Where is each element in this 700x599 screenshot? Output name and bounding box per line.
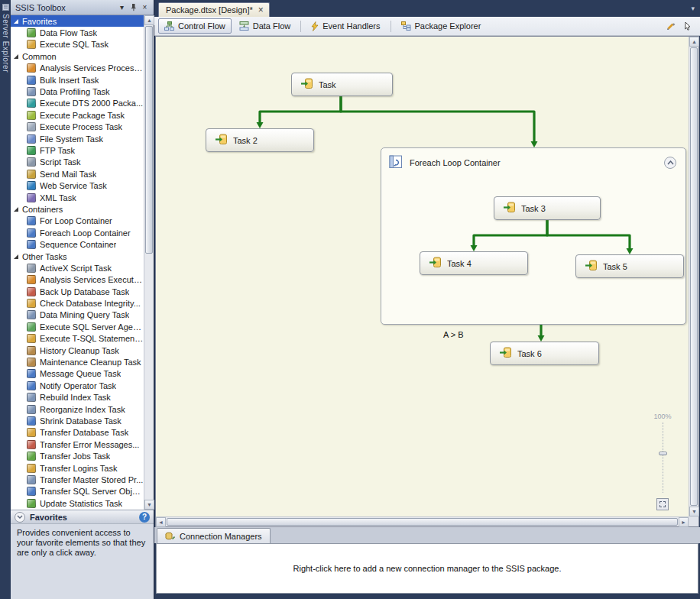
scrollbar-thumb[interactable] — [167, 518, 678, 526]
connection-managers-tab[interactable]: Connection Managers — [157, 528, 271, 543]
toolbox-item-label: History Cleanup Task — [40, 346, 119, 355]
help-description: Provides convenient access to your favor… — [11, 524, 154, 562]
toolbox-item-web-service-task[interactable]: Web Service Task — [11, 180, 144, 191]
notify-operator-task-icon — [27, 381, 36, 390]
tab-label: Package Explorer — [415, 21, 481, 31]
toolbox-item-execute-sql-server-agen[interactable]: Execute SQL Server Agen... — [11, 321, 144, 332]
toolbox-item-update-statistics-task[interactable]: Update Statistics Task — [11, 497, 144, 509]
toolbox-item-label: Transfer SQL Server Obje... — [40, 487, 144, 496]
toolbox-item-for-loop-container[interactable]: For Loop Container — [11, 215, 144, 227]
toolbox-scrollbar[interactable]: ▲ ▼ — [144, 15, 154, 510]
arrowhead-icon — [471, 245, 478, 251]
toolbox-item-execute-sql-task[interactable]: Execute SQL Task — [11, 39, 144, 50]
toolbox-section-favorites[interactable]: Favorites — [11, 15, 144, 27]
precedence-constraint[interactable] — [474, 220, 547, 246]
toolbox-item-label: Notify Operator Task — [40, 381, 116, 390]
section-label: Favorites — [22, 17, 57, 26]
toolbox-item-execute-t-sql-statement[interactable]: Execute T-SQL Statement... — [11, 333, 144, 345]
toolbox-item-data-mining-query-task[interactable]: Data Mining Query Task — [11, 309, 144, 321]
collapse-circle-icon[interactable] — [15, 512, 25, 523]
toolbox-section-other-tasks[interactable]: Other Tasks — [11, 251, 144, 262]
tab-event-handlers[interactable]: Event Handlers — [305, 18, 386, 34]
tab-data-flow[interactable]: Data Flow — [233, 18, 297, 34]
toolbox-item-transfer-jobs-task[interactable]: Transfer Jobs Task — [11, 450, 144, 461]
task-node-task2[interactable]: Task 2 — [206, 128, 314, 152]
task-node-task5[interactable]: Task 5 — [575, 254, 684, 278]
toolbox-item-send-mail-task[interactable]: Send Mail Task — [11, 168, 144, 180]
doc-tab-package-dtsx[interactable]: Package.dtsx [Design]* × — [158, 2, 270, 17]
scroll-down-icon[interactable]: ▼ — [144, 500, 154, 510]
toolbox-item-transfer-database-task[interactable]: Transfer Database Task — [11, 427, 144, 439]
toolbox-item-data-flow-task[interactable]: Data Flow Task — [11, 27, 144, 38]
toolbox-item-shrink-database-task[interactable]: Shrink Database Task — [11, 415, 144, 426]
toolbox-item-transfer-logins-task[interactable]: Transfer Logins Task — [11, 462, 144, 474]
toolbox-item-xml-task[interactable]: XML Task — [11, 192, 144, 203]
scroll-down-icon[interactable]: ▼ — [689, 507, 699, 516]
precedence-constraint[interactable] — [341, 96, 534, 142]
scroll-up-icon[interactable]: ▲ — [144, 15, 154, 25]
task-node-task4[interactable]: Task 4 — [420, 251, 528, 275]
toolbox-item-reorganize-index-task[interactable]: Reorganize Index Task — [11, 403, 144, 415]
toolbox-item-activex-script-task[interactable]: ActiveX Script Task — [11, 262, 144, 274]
help-icon[interactable]: ? — [139, 512, 150, 523]
toolbox-item-data-profiling-task[interactable]: Data Profiling Task — [11, 86, 144, 97]
scrollbar-thumb[interactable] — [145, 26, 153, 254]
toolbox-item-ftp-task[interactable]: FTP Task — [11, 144, 144, 156]
server-explorer-tab[interactable]: Server Explorer — [0, 4, 11, 73]
toolbox-item-notify-operator-task[interactable]: Notify Operator Task — [11, 380, 144, 391]
toolbox-item-foreach-loop-container[interactable]: Foreach Loop Container — [11, 227, 144, 238]
pin-icon[interactable] — [128, 2, 139, 13]
task-icon — [429, 257, 442, 270]
transfer-error-messages-task-icon — [27, 440, 36, 449]
arrowhead-icon — [531, 141, 538, 147]
toolbox-item-file-system-task[interactable]: File System Task — [11, 133, 144, 144]
toolbox-item-transfer-master-stored-pr[interactable]: Transfer Master Stored Pr... — [11, 474, 144, 485]
connection-managers-panel[interactable]: Right-click here to add a new connection… — [156, 543, 698, 594]
toolbox-item-transfer-error-messages[interactable]: Transfer Error Messages... — [11, 439, 144, 450]
horizontal-scrollbar[interactable]: ◄ ► — [156, 516, 689, 526]
toolbox-item-transfer-sql-server-obje[interactable]: Transfer SQL Server Obje... — [11, 486, 144, 497]
task-node-task6[interactable]: Task 6 — [490, 342, 599, 365]
toolbox-item-rebuild-index-task[interactable]: Rebuild Index Task — [11, 392, 144, 403]
design-surface[interactable]: 100% Foreach Loop ContainerTaskTask 2Tas… — [156, 37, 689, 516]
toolbox-item-message-queue-task[interactable]: Message Queue Task — [11, 368, 144, 380]
history-cleanup-task-icon — [27, 346, 36, 355]
toolbox-item-label: Analysis Services Execute... — [40, 275, 144, 284]
precedence-constraint[interactable] — [547, 220, 630, 249]
toolbox-item-back-up-database-task[interactable]: Back Up Database Task — [11, 286, 144, 297]
close-icon[interactable]: × — [139, 2, 151, 13]
scroll-left-icon[interactable]: ◄ — [156, 517, 166, 527]
toolbox-item-sequence-container[interactable]: Sequence Container — [11, 238, 144, 250]
toolbox-item-label: For Loop Container — [40, 216, 112, 225]
arrowhead-icon — [538, 335, 545, 342]
ide-window: Server Explorer SSIS Toolbox ▾ × Favorit… — [0, 0, 700, 599]
toolbox-menu-icon[interactable]: ▾ — [116, 2, 128, 13]
toolbox-item-maintenance-cleanup-task[interactable]: Maintenance Cleanup Task — [11, 356, 144, 367]
task-node-task[interactable]: Task — [291, 73, 393, 96]
toolbox-item-script-task[interactable]: Script Task — [11, 157, 144, 168]
toolbox-item-bulk-insert-task[interactable]: Bulk Insert Task — [11, 74, 144, 86]
tab-list-dropdown-icon[interactable]: ▾ — [691, 5, 695, 12]
task-node-task3[interactable]: Task 3 — [494, 196, 601, 220]
scroll-up-icon[interactable]: ▲ — [689, 37, 699, 47]
toolbox-item-execute-package-task[interactable]: Execute Package Task — [11, 109, 144, 121]
precedence-constraint[interactable] — [260, 96, 341, 123]
tab-control-flow[interactable]: Control Flow — [158, 18, 232, 34]
vertical-scrollbar[interactable]: ▲ ▼ — [689, 37, 698, 516]
execute-sql-server-agent-job-task-icon — [27, 322, 36, 332]
toolbox-item-check-database-integrity[interactable]: Check Database Integrity... — [11, 297, 144, 309]
close-icon[interactable]: × — [258, 6, 264, 14]
pencil-icon[interactable] — [665, 20, 677, 32]
toolbox-item-history-cleanup-task[interactable]: History Cleanup Task — [11, 345, 144, 356]
toolbox-item-analysis-services-processi[interactable]: Analysis Services Processi... — [11, 63, 144, 74]
toolbox-item-execute-dts-2000-packa[interactable]: Execute DTS 2000 Packa... — [11, 98, 144, 109]
toolbox-item-execute-process-task[interactable]: Execute Process Task — [11, 121, 144, 133]
toolbox-section-containers[interactable]: Containers — [11, 203, 144, 215]
toolbox-item-analysis-services-execute[interactable]: Analysis Services Execute... — [11, 274, 144, 286]
data-mining-query-task-icon — [27, 310, 36, 319]
cursor-icon[interactable] — [682, 20, 694, 32]
scroll-right-icon[interactable]: ► — [679, 517, 689, 527]
tab-package-explorer[interactable]: Package Explorer — [395, 18, 488, 34]
scrollbar-thumb[interactable] — [690, 47, 698, 506]
toolbox-section-common[interactable]: Common — [11, 50, 144, 62]
